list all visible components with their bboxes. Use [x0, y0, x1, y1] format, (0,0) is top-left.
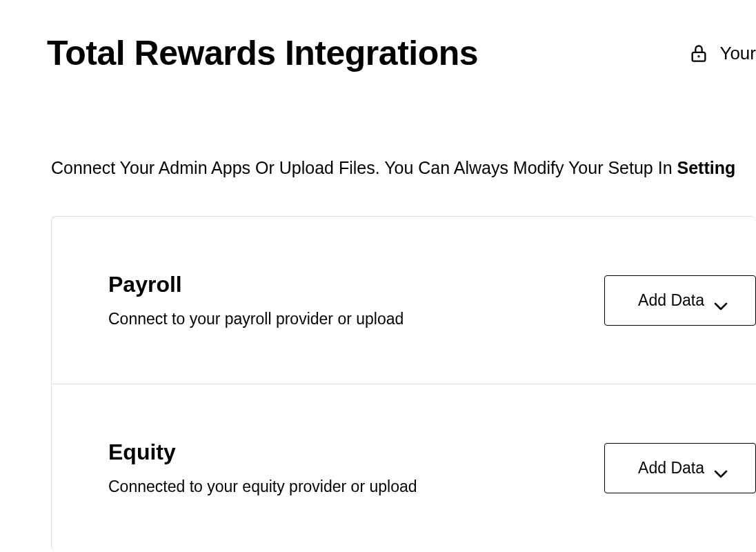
integration-cards: Payroll Connect to your payroll provider… [51, 216, 756, 551]
page-subtitle: Connect Your Admin Apps Or Upload Files.… [0, 73, 756, 180]
chevron-down-icon [714, 296, 728, 304]
card-text: Payroll Connect to your payroll provider… [108, 272, 404, 328]
card-desc-payroll: Connect to your payroll provider or uplo… [108, 310, 404, 328]
page-header: Total Rewards Integrations Your [0, 0, 756, 73]
page-title: Total Rewards Integrations [47, 33, 478, 73]
svg-point-1 [699, 56, 699, 57]
card-title-payroll: Payroll [108, 272, 404, 297]
add-data-label: Add Data [638, 291, 704, 310]
card-text: Equity Connected to your equity provider… [108, 440, 417, 496]
lock-icon [689, 43, 708, 63]
header-security-label: Your [719, 43, 756, 64]
card-desc-equity: Connected to your equity provider or upl… [108, 477, 417, 496]
header-right: Your [689, 43, 756, 64]
integration-card-payroll: Payroll Connect to your payroll provider… [52, 217, 756, 384]
add-data-label: Add Data [638, 459, 704, 477]
chevron-down-icon [714, 464, 728, 472]
subtitle-text: Connect Your Admin Apps Or Upload Files.… [51, 158, 677, 177]
add-data-button-equity[interactable]: Add Data [604, 443, 756, 493]
add-data-button-payroll[interactable]: Add Data [604, 275, 756, 326]
card-title-equity: Equity [108, 440, 417, 465]
subtitle-bold: Setting [677, 158, 736, 177]
integration-card-equity: Equity Connected to your equity provider… [52, 384, 756, 551]
